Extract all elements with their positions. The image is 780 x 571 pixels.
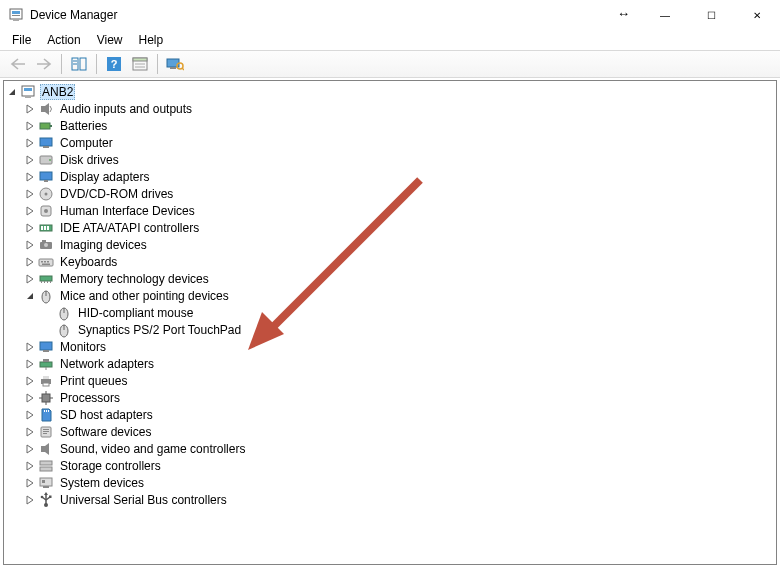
expand-icon[interactable] (22, 458, 38, 474)
tree-category-disk[interactable]: Disk drives (4, 151, 776, 168)
svg-point-33 (44, 209, 48, 213)
svg-rect-24 (40, 138, 52, 146)
hid-icon (38, 203, 54, 219)
tree-category-imaging[interactable]: Imaging devices (4, 236, 776, 253)
tree-category-battery[interactable]: Batteries (4, 117, 776, 134)
tree-item-label: SD host adapters (58, 408, 155, 422)
tree-category-optical[interactable]: DVD/CD-ROM drives (4, 185, 776, 202)
expand-icon[interactable] (22, 407, 38, 423)
maximize-button[interactable]: ☐ (688, 0, 734, 30)
expand-icon[interactable] (22, 271, 38, 287)
menu-view[interactable]: View (91, 32, 129, 48)
svg-rect-74 (43, 429, 49, 430)
expand-icon[interactable] (22, 373, 38, 389)
properties-button[interactable] (128, 53, 152, 75)
mouse-icon (56, 305, 72, 321)
tree-category-computer[interactable]: Computer (4, 134, 776, 151)
expander-placeholder (40, 305, 56, 321)
svg-rect-48 (44, 281, 45, 283)
tree-category-storage[interactable]: Storage controllers (4, 457, 776, 474)
expand-icon[interactable] (22, 118, 38, 134)
tree-category-system[interactable]: System devices (4, 474, 776, 491)
expand-icon[interactable] (22, 424, 38, 440)
svg-rect-19 (24, 88, 32, 91)
expand-icon[interactable] (22, 135, 38, 151)
expand-icon[interactable] (22, 356, 38, 372)
software-icon (38, 424, 54, 440)
tree-category-sound[interactable]: Sound, video and game controllers (4, 440, 776, 457)
tree-item-label: Synaptics PS/2 Port TouchPad (76, 323, 243, 337)
device-tree-container[interactable]: ANB2Audio inputs and outputsBatteriesCom… (3, 80, 777, 565)
expand-icon[interactable] (22, 152, 38, 168)
tree-category-network[interactable]: Network adapters (4, 355, 776, 372)
tree-category-audio[interactable]: Audio inputs and outputs (4, 100, 776, 117)
expand-icon[interactable] (22, 339, 38, 355)
minimize-button[interactable]: — (642, 0, 688, 30)
menu-file[interactable]: File (6, 32, 37, 48)
svg-rect-44 (47, 261, 49, 263)
svg-rect-82 (43, 486, 49, 488)
system-icon (38, 475, 54, 491)
show-hidden-button[interactable] (67, 53, 91, 75)
tree-category-monitor[interactable]: Monitors (4, 338, 776, 355)
tree-category-sd[interactable]: SD host adapters (4, 406, 776, 423)
expand-icon[interactable] (22, 254, 38, 270)
expand-icon[interactable] (22, 441, 38, 457)
svg-rect-63 (43, 376, 49, 379)
svg-rect-45 (42, 263, 50, 265)
svg-rect-20 (25, 96, 31, 98)
collapse-icon[interactable] (4, 84, 20, 100)
close-button[interactable]: ✕ (734, 0, 780, 30)
tree-item-label: Monitors (58, 340, 108, 354)
expand-icon[interactable] (22, 169, 38, 185)
svg-rect-78 (40, 461, 52, 465)
svg-point-86 (41, 495, 44, 498)
expand-icon[interactable] (22, 203, 38, 219)
menu-help[interactable]: Help (133, 32, 170, 48)
tree-category-cpu[interactable]: Processors (4, 389, 776, 406)
tree-category-display[interactable]: Display adapters (4, 168, 776, 185)
tree-category-usb[interactable]: Universal Serial Bus controllers (4, 491, 776, 508)
root-icon (20, 84, 36, 100)
display-icon (38, 169, 54, 185)
expand-icon[interactable] (22, 101, 38, 117)
network-icon (38, 356, 54, 372)
tree-category-ide[interactable]: IDE ATA/ATAPI controllers (4, 219, 776, 236)
svg-rect-25 (43, 146, 49, 148)
tree-device-0[interactable]: HID-compliant mouse (4, 304, 776, 321)
svg-rect-46 (40, 276, 52, 281)
tree-item-label: IDE ATA/ATAPI controllers (58, 221, 201, 235)
svg-rect-42 (41, 261, 43, 263)
help-button[interactable]: ? (102, 53, 126, 75)
tree-item-label: Batteries (58, 119, 109, 133)
app-icon (8, 7, 24, 23)
svg-rect-77 (41, 446, 45, 452)
tree-item-label: Disk drives (58, 153, 121, 167)
ide-icon (38, 220, 54, 236)
back-button (6, 53, 30, 75)
collapse-icon[interactable] (22, 288, 38, 304)
tree-item-label: Network adapters (58, 357, 156, 371)
resize-indicator-icon: ↔ (617, 6, 630, 21)
tree-category-keyboard[interactable]: Keyboards (4, 253, 776, 270)
expand-icon[interactable] (22, 390, 38, 406)
menu-action[interactable]: Action (41, 32, 86, 48)
tree-category-software[interactable]: Software devices (4, 423, 776, 440)
tree-root[interactable]: ANB2 (4, 83, 776, 100)
svg-marker-89 (44, 492, 48, 495)
tree-category-mouse[interactable]: Mice and other pointing devices (4, 287, 776, 304)
svg-rect-49 (47, 281, 48, 283)
expand-icon[interactable] (22, 237, 38, 253)
tree-category-hid[interactable]: Human Interface Devices (4, 202, 776, 219)
toolbar: ? (0, 50, 780, 78)
tree-category-memory[interactable]: Memory technology devices (4, 270, 776, 287)
tree-item-label: Display adapters (58, 170, 151, 184)
svg-rect-2 (12, 15, 20, 16)
expand-icon[interactable] (22, 186, 38, 202)
tree-category-printer[interactable]: Print queues (4, 372, 776, 389)
scan-button[interactable] (163, 53, 187, 75)
expand-icon[interactable] (22, 220, 38, 236)
expand-icon[interactable] (22, 475, 38, 491)
tree-device-1[interactable]: Synaptics PS/2 Port TouchPad (4, 321, 776, 338)
expand-icon[interactable] (22, 492, 38, 508)
